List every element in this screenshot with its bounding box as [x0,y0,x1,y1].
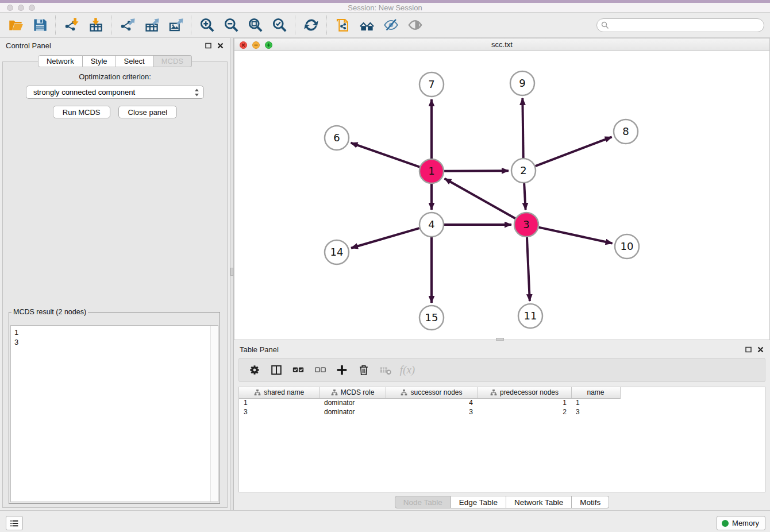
table-cell[interactable]: dominator [319,407,386,417]
zoom-selected-button[interactable] [267,15,291,36]
tab-mcds[interactable]: MCDS [153,55,192,67]
table-cell[interactable]: 3 [386,407,478,417]
table-panel: Table Panel f(x) shared nameMCDS rolesuc… [234,342,770,510]
divider-grip[interactable] [230,268,233,276]
table-settings-icon [248,364,261,376]
zoom-in-button[interactable] [195,15,219,36]
import-table-icon [88,17,103,33]
table-cell[interactable]: 1 [571,398,620,407]
select-all-columns-button[interactable] [287,360,309,380]
table-settings-button[interactable] [244,360,265,380]
mcds-result-scrollbar[interactable] [210,326,218,502]
float-panel-icon[interactable] [205,42,212,49]
toolbar-separator [111,16,111,35]
network-graph-canvas[interactable]: 7968124314101511 [234,51,769,340]
network-window-titlebar[interactable]: scc.txt [234,38,769,51]
optimization-criterion-select[interactable]: strongly connected component [26,86,204,99]
mcds-result-box: MCDS result (2 nodes) 13 [9,308,220,504]
column-header-name[interactable]: name [571,387,620,398]
tab-network-table[interactable]: Network Table [506,496,572,508]
select-all-columns-icon [292,364,305,376]
refresh-layout-button[interactable] [299,15,323,36]
table-cell[interactable]: 1 [478,398,571,407]
tab-edge-table[interactable]: Edge Table [451,496,506,508]
run-mcds-button[interactable]: Run MCDS [53,106,110,118]
memory-button[interactable]: Memory [717,516,765,530]
edge-1-6[interactable] [351,143,420,167]
node-label-4: 4 [428,218,434,230]
edge-3-1[interactable] [445,179,515,218]
node-label-10: 10 [621,240,634,252]
network-from-selection-button[interactable] [330,15,355,36]
float-table-panel-icon[interactable] [745,346,752,353]
column-header-predecessor-nodes[interactable]: predecessor nodes [478,387,571,398]
close-table-panel-icon[interactable] [757,346,764,353]
table-row[interactable]: 1dominator411 [239,398,620,407]
add-column-button[interactable] [331,360,353,380]
network-view-window: scc.txt 7968124314101511 [234,38,770,340]
node-table-container: shared nameMCDS rolesuccessor nodesprede… [238,387,765,492]
main-toolbar [0,13,770,38]
deselect-all-columns-button[interactable] [309,360,331,380]
close-panel-button[interactable]: Close panel [118,106,178,118]
import-table-button[interactable] [83,15,107,36]
titlebar-accent-stripe [0,0,770,3]
edge-2-9[interactable] [522,98,523,158]
open-file-button[interactable] [3,15,28,36]
table-row[interactable]: 3dominator323 [239,407,620,417]
show-columns-button[interactable] [265,360,287,380]
export-image-button[interactable] [163,15,187,36]
divider-grip-horizontal[interactable] [496,338,504,341]
delete-column-button[interactable] [353,360,375,380]
save-session-button[interactable] [28,15,52,36]
edge-3-11[interactable] [527,237,530,301]
mcds-result-line: 1 [14,327,214,337]
close-panel-icon[interactable] [217,42,224,49]
column-header-MCDS-role[interactable]: MCDS role [319,387,386,398]
control-panel-header: Control Panel [0,38,230,53]
attribute-tree-icon [331,389,338,396]
table-cell[interactable]: 3 [571,407,620,417]
mcds-buttons: Run MCDS Close panel [3,106,227,118]
chevron-up-down-icon [194,88,199,97]
show-columns-icon [270,364,283,376]
column-header-successor-nodes[interactable]: successor nodes [386,387,478,398]
tab-select[interactable]: Select [116,55,153,67]
mcds-panel: Optimization criterion: strongly connect… [2,61,228,508]
column-label: MCDS role [341,388,375,396]
table-cell[interactable]: 4 [386,398,478,407]
node-label-3: 3 [523,218,529,230]
panel-divider-vertical[interactable] [230,38,234,510]
hide-selected-button[interactable] [379,15,403,36]
node-label-15: 15 [425,311,438,323]
window-title: Session: New Session [0,3,770,12]
tab-network[interactable]: Network [38,55,83,67]
table-cell[interactable]: 3 [239,407,319,417]
edge-3-10[interactable] [538,228,612,244]
table-cell[interactable]: dominator [319,398,386,407]
table-panel-tabs: Node TableEdge TableNetwork TableMotifs [234,496,770,508]
table-cell[interactable]: 2 [478,407,571,417]
zoom-out-button[interactable] [219,15,243,36]
table-cell[interactable]: 1 [239,398,319,407]
search-input[interactable] [596,18,764,32]
edge-2-3[interactable] [524,183,525,210]
import-network-button[interactable] [59,15,83,36]
show-all-button[interactable] [403,15,427,36]
column-label: successor nodes [410,388,462,396]
tab-node-table[interactable]: Node Table [395,496,451,508]
zoom-fit-button[interactable] [243,15,267,36]
tab-style[interactable]: Style [83,55,116,67]
edge-2-8[interactable] [536,137,612,166]
edge-4-14[interactable] [351,228,419,248]
export-network-button[interactable] [115,15,139,36]
tab-motifs[interactable]: Motifs [572,496,609,508]
search-box [596,18,764,32]
export-table-icon [144,17,159,33]
column-header-shared-name[interactable]: shared name [239,387,319,398]
mcds-result-area[interactable]: 13 [10,325,218,502]
task-history-button[interactable] [6,516,23,530]
first-neighbors-button[interactable] [355,15,379,36]
edge-1-2[interactable] [444,171,509,171]
export-table-button[interactable] [139,15,163,36]
